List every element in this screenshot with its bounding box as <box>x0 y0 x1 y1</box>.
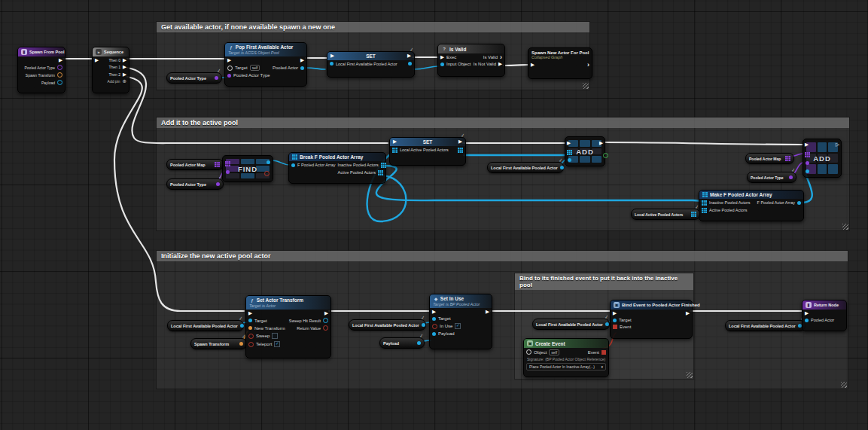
exec-in-pin[interactable]: ▶ <box>393 139 397 145</box>
event-delegate-pin[interactable] <box>613 325 617 329</box>
pill-local-first[interactable]: ✓ Local First Available Pooled Actor <box>167 320 244 331</box>
exec-in-pin[interactable]: ▶ <box>227 58 231 63</box>
sweep-checkbox[interactable] <box>272 333 278 339</box>
return-value-out-pin[interactable] <box>323 325 328 331</box>
value-in-pin[interactable] <box>806 169 809 173</box>
teleport-pin[interactable] <box>248 342 254 347</box>
array-in-pin[interactable] <box>567 150 572 155</box>
exec-in-pin[interactable]: ▶ <box>805 142 809 148</box>
node-spawn-new-actor-for-pool[interactable]: Spawn New Actor For Pool Collapsed Graph… <box>528 47 592 79</box>
collapsed-graph-out-pin[interactable]: › <box>587 63 589 67</box>
transform-out-pin[interactable] <box>57 72 62 78</box>
type-out-pin[interactable] <box>215 76 218 80</box>
type-out-pin[interactable] <box>216 182 220 186</box>
value-in-pin[interactable] <box>330 62 333 66</box>
node-sequence[interactable]: » Sequence ▶ Then 0▶ Then 1▶ Then 2▶ Add… <box>92 47 129 93</box>
add-pin-icon[interactable]: ⊕ <box>123 79 126 84</box>
exec-out-pin[interactable]: ▶ <box>686 311 690 316</box>
new-transform-pin[interactable] <box>248 326 252 330</box>
comment-resize-handle[interactable] <box>687 372 693 378</box>
exec-out-pin[interactable]: ▶ <box>407 53 411 59</box>
node-spawn-from-pool[interactable]: ▮ Spawn From Pool ▶ Pooled Actor Type Sp… <box>17 47 65 93</box>
exec-in-pin[interactable]: ▶ <box>440 55 444 60</box>
exec-out-pin[interactable]: ▶ <box>324 311 328 316</box>
exec-out-pin[interactable]: ▶ <box>458 139 462 145</box>
transform-out-pin[interactable] <box>239 342 243 346</box>
object-pin[interactable] <box>526 349 531 355</box>
node-bind-event-to-pooled-actor-finished[interactable]: ▣ Bind Event to Pooled Actor Finished ▶ … <box>610 300 693 339</box>
node-set-in-use[interactable]: ◆ Set In Use Target is BP Pooled Actor ▶… <box>429 294 492 349</box>
pill-pooled-actor-map[interactable]: Pooled Actor Map <box>166 159 224 170</box>
inactive-array-in-pin[interactable] <box>702 200 707 206</box>
pill-local-active[interactable]: ✓ Local Active Pooled Actors <box>631 209 700 220</box>
exec-in-pin[interactable]: ▶ <box>805 311 809 316</box>
pill-pooled-actor-type[interactable]: ✓ Pooled Actor Type <box>166 178 224 190</box>
pill-pooled-actor-type[interactable]: ✓ Pooled Actor Type <box>166 72 222 84</box>
found-out-pin[interactable] <box>264 171 270 176</box>
exec-out-pin[interactable]: ▶ <box>486 310 489 315</box>
node-break-pooled-actor-array[interactable]: Break F Pooled Actor Array F Pooled Acto… <box>288 152 386 184</box>
type-out-pin[interactable] <box>789 175 793 179</box>
event-delegate-out-pin[interactable] <box>602 350 606 355</box>
active-array-out-pin[interactable] <box>378 170 383 175</box>
key-in-pin[interactable] <box>806 161 809 165</box>
payload-out-pin[interactable] <box>417 341 421 345</box>
in-use-pin[interactable] <box>432 324 437 329</box>
comment-header[interactable]: Bind to its finished event to put it bac… <box>515 273 693 290</box>
comment-header[interactable]: Add it to the active pool <box>157 117 849 128</box>
matching-function-dropdown[interactable]: Place Pooled Actor In Inactive Array(...… <box>526 363 606 371</box>
exec-in-pin[interactable]: ▶ <box>432 310 436 315</box>
struct-out-pin[interactable] <box>797 201 801 205</box>
exec-in-pin[interactable]: ▶ <box>567 141 571 146</box>
target-pin[interactable] <box>613 319 617 322</box>
value-out-pin[interactable] <box>458 148 463 153</box>
active-array-in-pin[interactable] <box>702 208 707 213</box>
node-is-valid[interactable]: ? Is Valid ▶ Exec Is Valid› Input Object… <box>437 44 505 77</box>
pill-spawn-transform[interactable]: ✓ Spawn Transform <box>190 338 247 349</box>
value-out-pin[interactable] <box>605 322 609 326</box>
comment-header[interactable]: Initialize the new active pool actor <box>157 251 848 261</box>
key-in-pin[interactable] <box>226 170 230 174</box>
node-pop-first-available-actor[interactable]: ƒ Pop First Available Actor Target is AC… <box>224 42 307 87</box>
target-pin[interactable] <box>248 319 252 322</box>
node-map-add[interactable]: ADD ▶ ▷ <box>803 139 842 178</box>
node-map-find[interactable]: FIND <box>222 155 273 182</box>
inactive-array-out-pin[interactable] <box>381 163 386 168</box>
pooled-actor-out-pin[interactable] <box>300 66 304 70</box>
node-make-pooled-actor-array[interactable]: Make F Pooled Actor Array Inactive Poole… <box>699 190 804 221</box>
node-return[interactable]: ▮ Return Node ▶ Pooled Actor <box>802 300 847 331</box>
pill-local-first[interactable]: ✓ Local First Available Pooled Actor <box>349 319 426 331</box>
exec-out-pin[interactable]: ▶ <box>59 58 62 63</box>
value-out-pin[interactable] <box>422 323 425 327</box>
item-in-pin[interactable] <box>568 158 571 162</box>
comment-resize-handle[interactable] <box>842 224 848 230</box>
map-in-pin[interactable] <box>225 161 230 166</box>
map-out-pin[interactable] <box>215 162 220 167</box>
index-out-pin[interactable] <box>603 153 608 158</box>
then0-pin[interactable]: ▶ <box>123 58 126 63</box>
exec-in-pin[interactable]: ▶ <box>248 311 252 316</box>
exec-in-pin[interactable]: ▶ <box>613 311 617 316</box>
target-pin[interactable] <box>432 317 436 321</box>
comment-resize-handle[interactable] <box>841 382 847 388</box>
value-out-pin[interactable] <box>408 62 412 66</box>
value-out-pin[interactable] <box>560 166 564 169</box>
type-out-pin[interactable] <box>57 65 62 70</box>
blueprint-graph-canvas[interactable]: Get available actor, if none available s… <box>0 0 868 430</box>
node-set-local-first[interactable]: ✓ ▶ SET ▶ Local First Available Pooled A… <box>327 51 415 78</box>
array-out-pin[interactable] <box>691 212 696 217</box>
struct-in-pin[interactable] <box>291 163 295 167</box>
in-use-checkbox[interactable]: ✓ <box>455 323 461 329</box>
pill-pooled-actor-type[interactable]: ✓ Pooled Actor Type <box>747 172 796 183</box>
pooled-actor-pin[interactable] <box>805 319 809 322</box>
payload-pin[interactable] <box>432 332 436 336</box>
pill-local-first[interactable]: ✓ Local First Available Pooled Actor <box>487 162 564 173</box>
self-reference-box[interactable]: self <box>250 65 260 71</box>
node-set-actor-transform[interactable]: ƒ Set Actor Transform Target is Actor ▶ … <box>245 295 331 358</box>
target-pin[interactable] <box>227 66 233 71</box>
exec-in-pin[interactable]: ▶ <box>330 53 334 59</box>
value-out-pin[interactable] <box>240 324 244 328</box>
exec-out-pin[interactable]: ▶ <box>599 141 603 146</box>
then1-pin[interactable]: ▶ <box>123 65 126 70</box>
type-in-pin[interactable] <box>227 74 231 78</box>
